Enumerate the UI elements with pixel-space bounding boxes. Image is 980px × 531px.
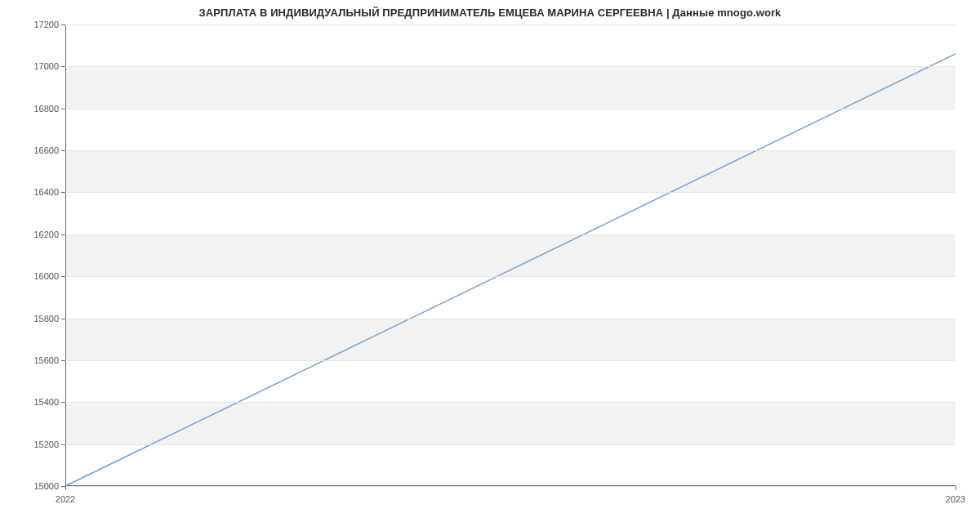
y-tick-label: 17000 <box>33 61 65 71</box>
y-tick-label: 16400 <box>33 187 65 197</box>
y-gridline <box>65 402 956 403</box>
y-gridline <box>65 234 956 235</box>
y-gridline <box>65 66 956 67</box>
x-tick-label: 2022 <box>56 486 75 504</box>
x-tick-label: 2023 <box>946 486 965 504</box>
data-line <box>65 54 956 486</box>
y-gridline <box>65 486 956 487</box>
y-gridline <box>65 150 956 151</box>
y-tick-label: 15200 <box>33 440 65 449</box>
y-gridline <box>65 109 956 109</box>
plot-area: 1500015200154001560015800160001620016400… <box>65 25 956 486</box>
y-tick-label: 15600 <box>33 355 65 365</box>
y-gridline <box>65 192 956 193</box>
y-tick-label: 16200 <box>33 230 65 239</box>
chart-title: ЗАРПЛАТА В ИНДИВИДУАЛЬНЫЙ ПРЕДПРИНИМАТЕЛ… <box>0 7 980 19</box>
y-gridline <box>65 444 956 445</box>
y-tick-label: 16000 <box>33 271 65 281</box>
line-layer <box>65 25 956 486</box>
y-gridline <box>65 25 956 25</box>
y-tick-label: 16600 <box>33 145 65 155</box>
y-tick-label: 15400 <box>33 397 65 407</box>
y-gridline <box>65 276 956 277</box>
y-tick-label: 17200 <box>33 20 65 29</box>
y-tick-label: 16800 <box>33 104 65 114</box>
y-tick-label: 15800 <box>33 314 65 324</box>
chart-container: ЗАРПЛАТА В ИНДИВИДУАЛЬНЫЙ ПРЕДПРИНИМАТЕЛ… <box>0 0 980 531</box>
y-gridline <box>65 360 956 361</box>
y-gridline <box>65 319 956 319</box>
